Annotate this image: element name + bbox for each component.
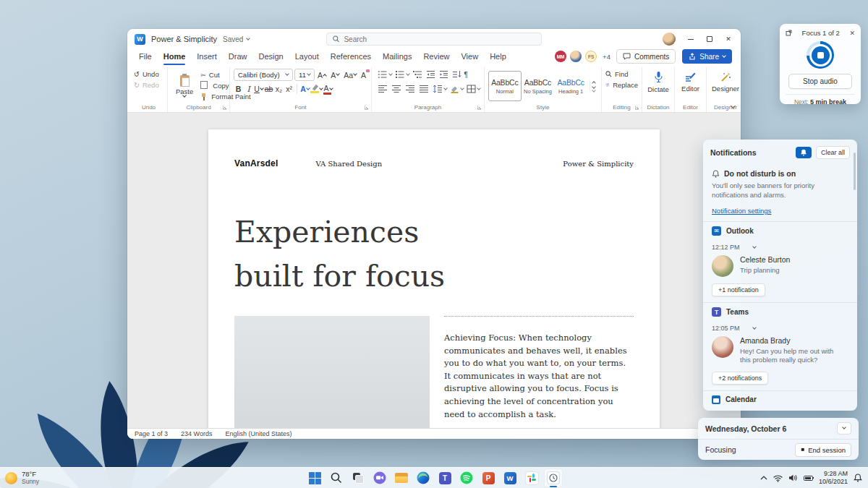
minimize-button[interactable] — [681, 32, 700, 46]
clock-app-button[interactable] — [544, 468, 563, 487]
more-notifications-button[interactable]: +2 notifications — [712, 372, 768, 385]
task-view-button[interactable] — [349, 468, 367, 487]
dnd-toggle-button[interactable] — [796, 147, 812, 158]
find-button[interactable]: Find — [605, 69, 638, 80]
volume-icon[interactable] — [788, 474, 798, 481]
tab-view[interactable]: View — [455, 49, 484, 64]
taskbar-search-button[interactable] — [327, 468, 346, 487]
justify-button[interactable] — [417, 83, 430, 95]
clear-all-button[interactable]: Clear all — [816, 146, 850, 159]
style-gallery-more[interactable] — [592, 88, 596, 93]
undo-button[interactable]: ↺Undo — [134, 69, 163, 80]
font-name-select[interactable]: Calibri (Body) — [234, 69, 293, 81]
outlook-section-header[interactable]: ✉ Outlook — [703, 221, 857, 239]
focus-progress-ring[interactable] — [807, 41, 834, 69]
font-color-button[interactable]: A — [323, 83, 333, 95]
highlight-button[interactable] — [310, 83, 323, 95]
tab-insert[interactable]: Insert — [191, 49, 223, 64]
document-page[interactable]: VanArsdel VA Shared Design Power & Simpl… — [208, 129, 660, 428]
start-button[interactable] — [305, 468, 324, 487]
outlook-notification[interactable]: 12:12 PM Celeste Burton Trip planning +1… — [703, 239, 857, 302]
spotify-button[interactable] — [457, 468, 476, 487]
dictate-button[interactable]: Dictate — [646, 69, 671, 93]
strikethrough-button[interactable]: ab — [264, 83, 273, 95]
taskbar-clock[interactable]: 9:28 AM 10/6/2021 — [819, 470, 848, 486]
maximize-button[interactable] — [700, 32, 719, 46]
superscript-button[interactable]: x² — [284, 83, 294, 95]
notification-settings-link[interactable]: Notification settings — [712, 207, 771, 215]
calendar-section-header[interactable]: Calendar — [703, 390, 857, 408]
tab-layout[interactable]: Layout — [289, 49, 325, 64]
replace-button[interactable]: Replace — [605, 80, 638, 90]
tab-draw[interactable]: Draw — [223, 49, 253, 64]
decrease-indent-button[interactable] — [424, 69, 437, 80]
tab-design[interactable]: Design — [252, 49, 289, 64]
grow-font-button[interactable]: A — [316, 69, 328, 81]
notification-center-bell-icon[interactable] — [854, 474, 862, 482]
italic-button[interactable]: I — [244, 83, 253, 95]
borders-button[interactable] — [464, 83, 481, 95]
change-case-button[interactable]: Aa — [342, 69, 358, 81]
language-indicator[interactable]: English (United States) — [225, 430, 292, 437]
align-center-button[interactable] — [389, 83, 403, 95]
multilevel-list-button[interactable] — [410, 69, 424, 80]
editing-dialog-launcher[interactable] — [635, 106, 639, 110]
bold-button[interactable]: B — [234, 83, 243, 95]
style-normal[interactable]: AaBbCc Normal — [488, 71, 522, 101]
tab-review[interactable]: Review — [417, 49, 455, 64]
chevron-down-icon[interactable] — [752, 244, 757, 249]
shrink-font-button[interactable]: A — [329, 69, 341, 81]
tab-file[interactable]: File — [133, 49, 158, 64]
increase-indent-button[interactable] — [437, 69, 450, 80]
clipboard-dialog-launcher[interactable] — [223, 106, 227, 110]
teams-section-header[interactable]: T Teams — [703, 302, 857, 320]
style-heading-1[interactable]: AaBbCc Heading 1 — [554, 71, 587, 101]
slack-button[interactable] — [522, 468, 541, 487]
battery-icon[interactable] — [804, 476, 813, 481]
account-avatar[interactable] — [663, 33, 676, 46]
collaborator-avatar-photo[interactable] — [570, 51, 582, 62]
shading-button[interactable] — [448, 83, 464, 95]
underline-button[interactable]: U — [254, 83, 263, 95]
share-button[interactable]: Share — [682, 49, 732, 64]
collaborator-avatar-fs[interactable]: FS — [585, 51, 597, 62]
close-button[interactable]: ✕ — [719, 32, 738, 46]
align-right-button[interactable] — [403, 83, 417, 95]
chat-button[interactable] — [370, 468, 389, 487]
align-left-button[interactable] — [375, 83, 389, 95]
tab-mailings[interactable]: Mailings — [377, 49, 417, 64]
line-spacing-button[interactable] — [430, 83, 448, 95]
subscript-button[interactable]: x₂ — [274, 83, 284, 95]
teams-button[interactable]: T — [435, 468, 454, 487]
popout-icon[interactable] — [786, 30, 792, 36]
word-search-box[interactable] — [326, 33, 542, 46]
designer-button[interactable]: Designer — [710, 69, 741, 93]
search-input[interactable] — [344, 35, 535, 43]
taskbar-weather-widget[interactable]: 78°F Sunny — [5, 471, 39, 485]
clear-formatting-button[interactable]: A — [359, 69, 367, 81]
numbering-button[interactable] — [393, 69, 410, 80]
word-count[interactable]: 234 Words — [181, 430, 212, 437]
font-dialog-launcher[interactable] — [365, 106, 369, 110]
tab-home[interactable]: Home — [158, 49, 192, 64]
hidden-icons-chevron[interactable] — [760, 476, 767, 480]
word-button[interactable]: W — [501, 468, 519, 487]
edge-button[interactable] — [414, 468, 433, 487]
tab-references[interactable]: References — [325, 49, 377, 64]
more-notifications-button[interactable]: +1 notification — [712, 283, 765, 296]
scrollbar[interactable] — [854, 153, 856, 190]
teams-notification[interactable]: 12:05 PM Amanda Brady Hey! Can you help … — [703, 320, 857, 390]
close-icon[interactable]: ✕ — [849, 30, 855, 37]
stop-audio-button[interactable]: Stop audio — [788, 74, 852, 89]
page-indicator[interactable]: Page 1 of 3 — [135, 430, 168, 437]
collaborator-avatar-mm[interactable]: MM — [555, 51, 566, 62]
text-effects-button[interactable]: A — [300, 83, 310, 95]
tab-help[interactable]: Help — [484, 49, 512, 64]
show-formatting-button[interactable]: ¶ — [463, 69, 469, 80]
collapse-flyout-button[interactable] — [837, 422, 851, 435]
paragraph-dialog-launcher[interactable] — [477, 106, 482, 110]
bullets-button[interactable] — [375, 69, 393, 80]
paste-button[interactable]: Paste — [171, 74, 197, 97]
editor-button[interactable]: Editor — [678, 69, 702, 93]
file-explorer-button[interactable] — [392, 468, 411, 487]
